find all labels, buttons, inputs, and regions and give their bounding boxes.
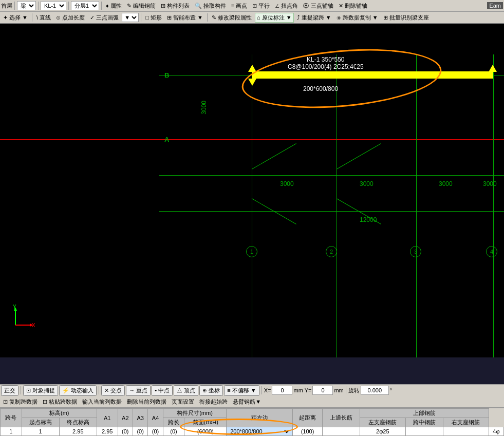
arc-select[interactable]: ▼ xyxy=(122,13,139,22)
mm-y-label: mm Y= xyxy=(293,387,311,393)
td-start-dist[interactable] xyxy=(322,427,360,436)
copy-span-btn[interactable]: ⊡ 复制跨数据 xyxy=(1,397,40,407)
component-select[interactable]: KL-1 xyxy=(41,1,66,10)
beam-yellow xyxy=(252,71,493,79)
node-2: 2 xyxy=(326,246,337,257)
td-upper-bar[interactable]: 2φ25 xyxy=(360,427,405,436)
th-height: 标高(m) xyxy=(22,409,97,418)
three-point-axis-btn[interactable]: ⑧ 三点辅轴 xyxy=(301,1,335,11)
th-a4: A4 xyxy=(148,409,163,427)
modify-beam-prop-btn[interactable]: ✎ 修改梁段属性 xyxy=(210,13,254,23)
diag-line-1 xyxy=(252,143,296,169)
td-left-seat[interactable] xyxy=(405,427,443,436)
intersection-btn[interactable]: ✕ 交点 xyxy=(101,385,125,396)
three-arc-btn[interactable]: ✓ 三点画弧 xyxy=(88,13,121,23)
cad-area[interactable]: KL-1 350*550 C8@100/200(4) 2C25;4€25 200… xyxy=(0,24,504,357)
mm-label: mm xyxy=(334,387,343,393)
toolbar3: ⊡ 复制跨数据 ⊡ 粘贴跨数据 输入当前列数据 删除当前列数据 页面设置 衔接起… xyxy=(0,396,504,408)
beam-size: 200*600/800 xyxy=(303,85,338,92)
dim-h2: 3000 xyxy=(360,180,374,187)
batch-identify-btn[interactable]: ⊞ 批量识别梁支座 xyxy=(381,13,431,23)
parallel-btn[interactable]: ⊡ 平行 xyxy=(250,1,272,11)
th-dist-left: 距左边 xyxy=(227,409,293,427)
draw-point-btn[interactable]: ≡ 画点 xyxy=(229,1,249,11)
dim-h3: 3000 xyxy=(439,180,453,187)
td-span-length[interactable]: (6000) xyxy=(184,427,227,436)
th-a1: A1 xyxy=(97,409,118,427)
td-a4[interactable]: (0) xyxy=(163,427,184,436)
section-select[interactable]: 200*800/800 xyxy=(228,428,291,435)
dynamic-input-btn[interactable]: ⚡ 动态输入 xyxy=(59,385,97,396)
th-a2: A2 xyxy=(118,409,133,427)
endpoint-btn[interactable]: → 重点 xyxy=(126,385,151,396)
point-length-btn[interactable]: ⊙ 点加长度 xyxy=(54,13,87,23)
td-a2[interactable]: (0) xyxy=(133,427,148,436)
paste-span-btn[interactable]: ⊡ 粘贴跨数据 xyxy=(41,397,79,407)
th-upper-rebar: 上部钢筋 xyxy=(360,409,489,418)
copy-span-data-btn[interactable]: ⚹ 跨数据复制 ▼ xyxy=(334,13,380,23)
td-dist-left[interactable]: (100) xyxy=(293,427,322,436)
bottom-section: 正交 ⊡ 对象捕捉 ⚡ 动态输入 ✕ 交点 → 重点 • 中点 △ 顶点 ⊕ 坐… xyxy=(0,384,504,436)
h-gridline-lower2 xyxy=(159,211,504,212)
td-start-h[interactable]: 2.95 xyxy=(59,427,97,436)
eam-label: Eam xyxy=(487,2,503,9)
th-right-seat: 右支座钢筋 xyxy=(443,418,489,427)
select-btn[interactable]: ✦ 选择 ▼ xyxy=(1,13,30,23)
no-offset-btn[interactable]: ≡ 不偏移 ▼ xyxy=(224,385,259,396)
triangle-down-left xyxy=(248,79,256,86)
v-gridline-1 xyxy=(252,54,252,357)
td-a1[interactable]: (0) xyxy=(118,427,133,436)
ortho-btn[interactable]: 正交 xyxy=(1,385,18,396)
original-mark-btn[interactable]: ⌂ 原位标注 ▼ xyxy=(255,13,294,23)
th-left-seat: 左支座钢筋 xyxy=(360,418,405,427)
rect-btn[interactable]: □ 矩形 xyxy=(143,13,164,23)
beam-annotation: KL-1 350*550 C8@100/200(4) 2C25;4€25 xyxy=(288,56,364,70)
td-a3[interactable]: (0) xyxy=(148,427,163,436)
vertex-btn[interactable]: △ 顶点 xyxy=(174,385,198,396)
orange-ellipse-top xyxy=(239,42,444,116)
edit-rebar-btn[interactable]: ✎ 编辑钢筋 xyxy=(125,1,158,11)
floor-select[interactable]: 分层1 xyxy=(71,1,99,10)
rotate-input[interactable] xyxy=(361,386,389,395)
th-span-no: 跨号 xyxy=(1,409,22,427)
node-4: 4 xyxy=(486,246,497,257)
node-3: 3 xyxy=(410,246,421,257)
axis-a-label: A xyxy=(164,136,169,143)
smart-arrange-btn[interactable]: ⊞ 智能布置 ▼ xyxy=(165,13,205,23)
th-mid-bar: 跨中钢筋 xyxy=(405,418,443,427)
td-span-no[interactable]: 1 xyxy=(1,427,22,436)
line-btn[interactable]: \ 直线 xyxy=(34,13,53,23)
th-span-length: 跨长 xyxy=(163,418,184,427)
property-btn[interactable]: ♦ 属性 xyxy=(104,1,124,11)
td-section[interactable]: 200*800/800 xyxy=(227,427,293,436)
td-sub-no[interactable]: 1 xyxy=(22,427,59,436)
y-input[interactable] xyxy=(312,386,333,395)
td-mid-bar[interactable] xyxy=(443,427,489,436)
td-end-h[interactable]: 2.95 xyxy=(97,427,118,436)
td-right-seat[interactable]: 4φ xyxy=(489,427,503,436)
page-setup-btn[interactable]: 页面设置 xyxy=(170,397,196,407)
component-list-btn[interactable]: ⊞ 构件列表 xyxy=(159,1,192,11)
x-input[interactable] xyxy=(272,386,292,395)
repick-span-btn[interactable]: ⤴ 重提梁跨 ▼ xyxy=(295,13,333,23)
midpoint-btn[interactable]: • 中点 xyxy=(152,385,173,396)
layer-select[interactable]: 梁 xyxy=(17,1,36,10)
angle-btn[interactable]: ∠ 扭点角 xyxy=(273,1,300,11)
th-component-size: 构件尺寸(mm) xyxy=(163,409,227,418)
dim-total: 12000 xyxy=(360,216,377,223)
th-start-h: 起点标高 xyxy=(22,418,59,427)
del-col-btn[interactable]: 删除当前列数据 xyxy=(125,397,169,407)
snap-btn[interactable]: ⊡ 对象捕捉 xyxy=(23,385,58,396)
coord-btn[interactable]: ⊕ 坐标 xyxy=(199,385,223,396)
th-section: 截面(BxH) xyxy=(184,418,227,427)
toolbar2: ✦ 选择 ▼ \ 直线 ⊙ 点加长度 ✓ 三点画弧 ▼ □ 矩形 ⊞ 智能布置 … xyxy=(0,12,504,24)
toolbar1: 首层 梁 KL-1 分层1 ♦ 属性 ✎ 编辑钢筋 ⊞ 构件列表 🔍 拾取构件 … xyxy=(0,0,504,12)
pick-component-btn[interactable]: 🔍 拾取构件 xyxy=(193,1,228,11)
input-col-btn[interactable]: 输入当前列数据 xyxy=(80,397,124,407)
datatable: 跨号 标高(m) A1 A2 A3 A4 构件尺寸(mm) 距左边 起距离 上通… xyxy=(0,408,504,436)
cantilever-rebar-btn[interactable]: 悬臂钢筋▼ xyxy=(231,397,263,407)
rotate-label: 旋转 xyxy=(348,387,360,394)
delete-axis-btn[interactable]: ✕ 删除辅轴 xyxy=(337,1,369,11)
table-row: 1 1 2.95 2.95 (0) (0) (0) (0) (6000) 200… xyxy=(1,427,504,436)
connect-span-btn[interactable]: 衔接起始跨 xyxy=(197,397,230,407)
